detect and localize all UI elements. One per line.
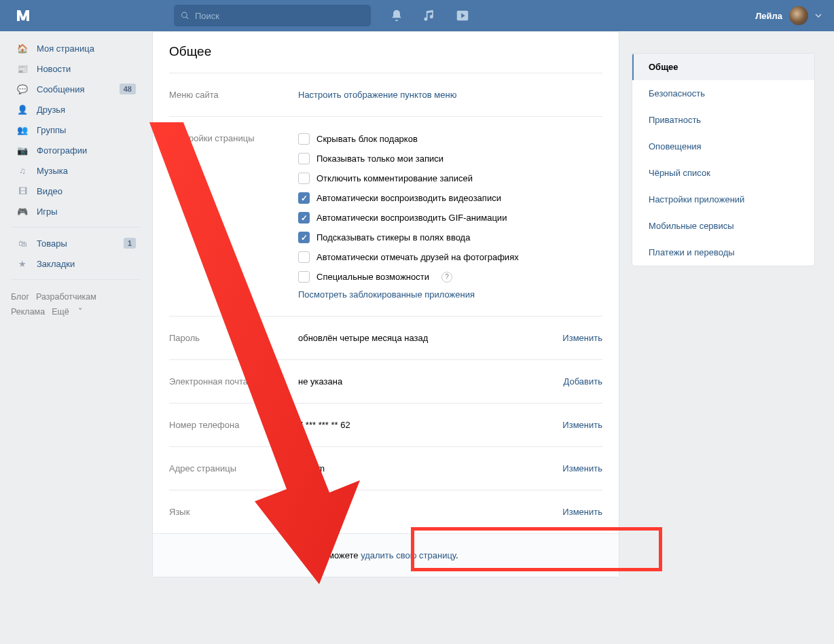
- checkbox-icon: [298, 133, 310, 145]
- email-value: не указана: [298, 376, 564, 387]
- tab-blacklist[interactable]: Чёрный список: [632, 160, 814, 186]
- left-sidebar: 🏠Моя страница 📰Новости 💬Сообщения48 👤Дру…: [11, 31, 140, 577]
- page-title: Общее: [169, 44, 602, 59]
- nav-my-page[interactable]: 🏠Моя страница: [11, 38, 140, 58]
- top-icons: [390, 8, 470, 23]
- settings-panel: Общее Меню сайта Настроить отображение п…: [152, 31, 619, 577]
- bell-icon[interactable]: [390, 9, 403, 22]
- ads-link[interactable]: Реклама: [11, 307, 45, 317]
- user-area[interactable]: Лейла: [755, 0, 822, 31]
- delete-page-link[interactable]: удалить свою страницу: [361, 550, 456, 560]
- delete-post-text: .: [456, 550, 458, 560]
- nav-groups[interactable]: 👥Группы: [11, 120, 140, 140]
- delete-footer: Вы можете удалить свою страницу.: [153, 533, 619, 577]
- phone-change-link[interactable]: Изменить: [562, 420, 602, 430]
- messages-icon: 💬: [15, 82, 30, 96]
- home-icon: 🏠: [15, 41, 30, 56]
- phone-value: 7 *** *** ** 62: [298, 420, 562, 430]
- chk-hide-gifts[interactable]: Скрывать блок подарков: [298, 133, 602, 145]
- tab-security[interactable]: Безопасность: [632, 80, 814, 107]
- language-value: Русский: [298, 507, 562, 517]
- music-note-icon: ♫: [15, 163, 30, 178]
- search-input[interactable]: [195, 11, 364, 21]
- configure-menu-link[interactable]: Настроить отображение пунктов меню: [298, 90, 456, 100]
- url-change-link[interactable]: Изменить: [562, 463, 602, 473]
- nav-news[interactable]: 📰Новости: [11, 58, 140, 79]
- language-label: Язык: [169, 507, 298, 517]
- topbar: Лейла: [0, 0, 834, 31]
- more-link[interactable]: Ещё ˅: [52, 307, 83, 317]
- nav-photos[interactable]: 📷Фотографии: [11, 140, 140, 160]
- messages-badge: 48: [120, 84, 136, 94]
- svg-point-0: [182, 12, 187, 18]
- tab-notifications[interactable]: Оповещения: [632, 133, 814, 160]
- row-email: Электронная почта не указана Добавить: [169, 359, 602, 403]
- nav-messages[interactable]: 💬Сообщения48: [11, 79, 140, 99]
- checkbox-icon: [298, 251, 310, 263]
- chk-disable-comments[interactable]: Отключить комментирование записей: [298, 173, 602, 184]
- nav-friends[interactable]: 👤Друзья: [11, 99, 140, 120]
- nav-market[interactable]: 🛍Товары1: [11, 233, 140, 253]
- page-settings-label: Настройки страницы: [169, 133, 298, 143]
- friends-icon: 👤: [15, 102, 30, 117]
- tab-app-settings[interactable]: Настройки приложений: [632, 186, 814, 213]
- video-play-icon[interactable]: [455, 8, 470, 23]
- chevron-down-icon: [815, 12, 822, 19]
- password-value: обновлён четыре месяца назад: [298, 333, 562, 343]
- film-icon: 🎞: [15, 183, 30, 198]
- row-language: Язык Русский Изменить: [169, 490, 602, 533]
- email-add-link[interactable]: Добавить: [564, 376, 602, 387]
- checkbox-icon: [298, 153, 310, 164]
- camera-icon: 📷: [15, 143, 30, 158]
- chk-auto-tag[interactable]: Автоматически отмечать друзей на фотогра…: [298, 251, 602, 263]
- separator: [11, 227, 140, 228]
- row-phone: Номер телефона 7 *** *** ** 62 Изменить: [169, 403, 602, 446]
- nav-music[interactable]: ♫Музыка: [11, 160, 140, 181]
- row-password: Пароль обновлён четыре месяца назад Изме…: [169, 316, 602, 359]
- checkbox-icon: [298, 192, 310, 204]
- chk-autoplay-video[interactable]: Автоматически воспроизводить видеозаписи: [298, 192, 602, 204]
- chk-suggest-stickers[interactable]: Подсказывать стикеры в полях ввода: [298, 232, 602, 243]
- row-url: Адрес страницы h .com Изменить: [169, 446, 602, 490]
- language-change-link[interactable]: Изменить: [562, 507, 602, 517]
- blocked-apps-link[interactable]: Посмотреть заблокированные приложения: [298, 289, 602, 300]
- site-menu-label: Меню сайта: [169, 90, 298, 100]
- nav-video[interactable]: 🎞Видео: [11, 181, 140, 201]
- groups-icon: 👥: [15, 122, 30, 137]
- chk-autoplay-gif[interactable]: Автоматически воспроизводить GIF-анимаци…: [298, 212, 602, 223]
- vk-logo-icon[interactable]: [15, 8, 39, 23]
- help-icon[interactable]: ?: [441, 272, 452, 283]
- search-icon: [181, 11, 189, 20]
- blog-link[interactable]: Блог: [11, 292, 29, 302]
- tab-payments[interactable]: Платежи и переводы: [632, 239, 814, 266]
- chk-accessibility[interactable]: Специальные возможности?: [298, 271, 602, 283]
- password-change-link[interactable]: Изменить: [562, 333, 602, 343]
- username: Лейла: [755, 11, 782, 21]
- checkbox-icon: [298, 232, 310, 243]
- row-page-settings: Настройки страницы Скрывать блок подарко…: [169, 116, 602, 316]
- dev-link[interactable]: Разработчикам: [36, 292, 96, 302]
- avatar: [789, 6, 808, 25]
- phone-label: Номер телефона: [169, 420, 298, 430]
- nav-bookmarks[interactable]: ★Закладки: [11, 253, 140, 274]
- url-label: Адрес страницы: [169, 463, 298, 473]
- star-icon: ★: [15, 256, 30, 271]
- checkbox-icon: [298, 212, 310, 223]
- footer-links: БлогРазработчикам РекламаЕщё ˅: [11, 289, 140, 319]
- password-label: Пароль: [169, 333, 298, 343]
- tab-general[interactable]: Общее: [632, 54, 814, 80]
- email-label: Электронная почта: [169, 376, 298, 387]
- tab-privacy[interactable]: Приватность: [632, 107, 814, 133]
- gamepad-icon: 🎮: [15, 204, 30, 219]
- market-badge: 1: [124, 238, 136, 249]
- music-icon[interactable]: [422, 9, 436, 22]
- nav-games[interactable]: 🎮Игры: [11, 201, 140, 221]
- bag-icon: 🛍: [15, 236, 30, 251]
- url-value: h .com: [298, 463, 562, 473]
- search-box[interactable]: [174, 5, 371, 26]
- tab-mobile[interactable]: Мобильные сервисы: [632, 213, 814, 239]
- chk-only-my-posts[interactable]: Показывать только мои записи: [298, 153, 602, 164]
- checkbox-icon: [298, 271, 310, 283]
- news-icon: 📰: [15, 61, 30, 76]
- checkbox-icon: [298, 173, 310, 184]
